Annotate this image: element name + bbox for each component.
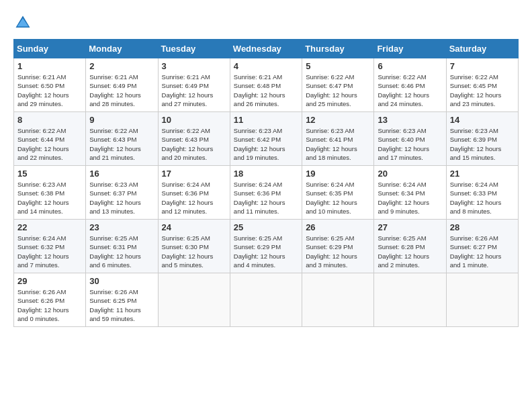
calendar-cell: 16 Sunrise: 6:23 AMSunset: 6:37 PMDaylig…: [86, 166, 158, 220]
day-detail: Sunrise: 6:23 AMSunset: 6:37 PMDaylight:…: [89, 181, 141, 215]
calendar-cell: 21 Sunrise: 6:24 AMSunset: 6:33 PMDaylig…: [446, 166, 518, 220]
calendar-cell: 3 Sunrise: 6:21 AMSunset: 6:49 PMDayligh…: [158, 58, 230, 112]
day-number: 2: [89, 61, 154, 71]
calendar-cell: 8 Sunrise: 6:22 AMSunset: 6:44 PMDayligh…: [14, 112, 86, 166]
col-header-wednesday: Wednesday: [230, 40, 302, 58]
calendar-cell: 1 Sunrise: 6:21 AMSunset: 6:50 PMDayligh…: [14, 58, 86, 112]
day-number: 9: [89, 115, 154, 125]
day-number: 4: [234, 61, 298, 71]
day-detail: Sunrise: 6:25 AMSunset: 6:29 PMDaylight:…: [234, 234, 285, 269]
col-header-friday: Friday: [374, 40, 446, 58]
day-detail: Sunrise: 6:23 AMSunset: 6:42 PMDaylight:…: [234, 127, 285, 161]
day-number: 14: [450, 115, 515, 125]
day-number: 30: [89, 276, 154, 286]
day-number: 6: [378, 61, 442, 71]
col-header-tuesday: Tuesday: [158, 40, 230, 58]
calendar-cell: [446, 273, 518, 327]
day-detail: Sunrise: 6:22 AMSunset: 6:43 PMDaylight:…: [162, 127, 214, 161]
calendar-cell: 12 Sunrise: 6:23 AMSunset: 6:41 PMDaylig…: [302, 112, 374, 166]
calendar-cell: 25 Sunrise: 6:25 AMSunset: 6:29 PMDaylig…: [230, 220, 302, 273]
calendar-cell: 17 Sunrise: 6:24 AMSunset: 6:36 PMDaylig…: [158, 166, 230, 220]
calendar-cell: 23 Sunrise: 6:25 AMSunset: 6:31 PMDaylig…: [86, 220, 158, 273]
day-detail: Sunrise: 6:25 AMSunset: 6:28 PMDaylight:…: [378, 234, 429, 269]
calendar-cell: 10 Sunrise: 6:22 AMSunset: 6:43 PMDaylig…: [158, 112, 230, 166]
day-number: 29: [17, 276, 82, 286]
day-detail: Sunrise: 6:21 AMSunset: 6:50 PMDaylight:…: [17, 73, 69, 107]
logo: [13, 13, 35, 32]
calendar-cell: [158, 273, 230, 327]
day-number: 22: [17, 222, 82, 232]
day-detail: Sunrise: 6:25 AMSunset: 6:29 PMDaylight:…: [306, 234, 357, 269]
day-detail: Sunrise: 6:24 AMSunset: 6:32 PMDaylight:…: [17, 234, 69, 269]
calendar-cell: 15 Sunrise: 6:23 AMSunset: 6:38 PMDaylig…: [14, 166, 86, 220]
day-detail: Sunrise: 6:23 AMSunset: 6:38 PMDaylight:…: [17, 181, 69, 215]
calendar-cell: 5 Sunrise: 6:22 AMSunset: 6:47 PMDayligh…: [302, 58, 374, 112]
day-detail: Sunrise: 6:26 AMSunset: 6:27 PMDaylight:…: [450, 234, 502, 269]
day-number: 5: [306, 61, 370, 71]
day-detail: Sunrise: 6:24 AMSunset: 6:36 PMDaylight:…: [234, 181, 285, 215]
calendar-cell: 13 Sunrise: 6:23 AMSunset: 6:40 PMDaylig…: [374, 112, 446, 166]
calendar-cell: 14 Sunrise: 6:23 AMSunset: 6:39 PMDaylig…: [446, 112, 518, 166]
day-number: 25: [234, 222, 298, 232]
day-detail: Sunrise: 6:26 AMSunset: 6:26 PMDaylight:…: [17, 288, 69, 322]
calendar-cell: 19 Sunrise: 6:24 AMSunset: 6:35 PMDaylig…: [302, 166, 374, 220]
calendar-cell: 28 Sunrise: 6:26 AMSunset: 6:27 PMDaylig…: [446, 220, 518, 273]
day-detail: Sunrise: 6:21 AMSunset: 6:49 PMDaylight:…: [162, 73, 214, 107]
day-number: 15: [17, 169, 82, 179]
day-number: 3: [162, 61, 226, 71]
day-number: 27: [378, 222, 442, 232]
day-number: 11: [234, 115, 298, 125]
calendar-cell: 26 Sunrise: 6:25 AMSunset: 6:29 PMDaylig…: [302, 220, 374, 273]
calendar-cell: [374, 273, 446, 327]
calendar-cell: 11 Sunrise: 6:23 AMSunset: 6:42 PMDaylig…: [230, 112, 302, 166]
calendar-cell: [230, 273, 302, 327]
calendar-cell: 18 Sunrise: 6:24 AMSunset: 6:36 PMDaylig…: [230, 166, 302, 220]
day-number: 21: [450, 169, 515, 179]
day-number: 7: [450, 61, 515, 71]
day-detail: Sunrise: 6:21 AMSunset: 6:48 PMDaylight:…: [234, 73, 285, 107]
day-detail: Sunrise: 6:23 AMSunset: 6:39 PMDaylight:…: [450, 127, 502, 161]
day-number: 8: [17, 115, 82, 125]
day-detail: Sunrise: 6:25 AMSunset: 6:30 PMDaylight:…: [162, 234, 214, 269]
day-detail: Sunrise: 6:25 AMSunset: 6:31 PMDaylight:…: [89, 234, 141, 269]
day-number: 23: [89, 222, 154, 232]
day-number: 26: [306, 222, 370, 232]
day-detail: Sunrise: 6:23 AMSunset: 6:41 PMDaylight:…: [306, 127, 357, 161]
calendar-cell: 4 Sunrise: 6:21 AMSunset: 6:48 PMDayligh…: [230, 58, 302, 112]
day-number: 20: [378, 169, 442, 179]
day-detail: Sunrise: 6:26 AMSunset: 6:25 PMDaylight:…: [89, 288, 141, 322]
day-number: 24: [162, 222, 226, 232]
calendar-cell: 22 Sunrise: 6:24 AMSunset: 6:32 PMDaylig…: [14, 220, 86, 273]
day-number: 1: [17, 61, 82, 71]
day-detail: Sunrise: 6:24 AMSunset: 6:33 PMDaylight:…: [450, 181, 502, 215]
day-number: 16: [89, 169, 154, 179]
col-header-saturday: Saturday: [446, 40, 518, 58]
day-detail: Sunrise: 6:22 AMSunset: 6:46 PMDaylight:…: [378, 73, 429, 107]
day-detail: Sunrise: 6:24 AMSunset: 6:34 PMDaylight:…: [378, 181, 429, 215]
day-detail: Sunrise: 6:22 AMSunset: 6:44 PMDaylight:…: [17, 127, 69, 161]
calendar-cell: 30 Sunrise: 6:26 AMSunset: 6:25 PMDaylig…: [86, 273, 158, 327]
logo-icon: [13, 13, 32, 32]
day-detail: Sunrise: 6:24 AMSunset: 6:35 PMDaylight:…: [306, 181, 357, 215]
calendar-cell: 20 Sunrise: 6:24 AMSunset: 6:34 PMDaylig…: [374, 166, 446, 220]
col-header-thursday: Thursday: [302, 40, 374, 58]
day-detail: Sunrise: 6:23 AMSunset: 6:40 PMDaylight:…: [378, 127, 429, 161]
day-detail: Sunrise: 6:21 AMSunset: 6:49 PMDaylight:…: [89, 73, 141, 107]
calendar-cell: 6 Sunrise: 6:22 AMSunset: 6:46 PMDayligh…: [374, 58, 446, 112]
day-number: 13: [378, 115, 442, 125]
day-number: 18: [234, 169, 298, 179]
calendar-cell: [302, 273, 374, 327]
day-number: 19: [306, 169, 370, 179]
day-number: 12: [306, 115, 370, 125]
col-header-sunday: Sunday: [14, 40, 86, 58]
calendar-cell: 2 Sunrise: 6:21 AMSunset: 6:49 PMDayligh…: [86, 58, 158, 112]
col-header-monday: Monday: [86, 40, 158, 58]
calendar-cell: 29 Sunrise: 6:26 AMSunset: 6:26 PMDaylig…: [14, 273, 86, 327]
day-number: 28: [450, 222, 515, 232]
calendar-table: SundayMondayTuesdayWednesdayThursdayFrid…: [13, 39, 519, 327]
day-number: 10: [162, 115, 226, 125]
day-detail: Sunrise: 6:24 AMSunset: 6:36 PMDaylight:…: [162, 181, 214, 215]
calendar-cell: 24 Sunrise: 6:25 AMSunset: 6:30 PMDaylig…: [158, 220, 230, 273]
calendar-cell: 9 Sunrise: 6:22 AMSunset: 6:43 PMDayligh…: [86, 112, 158, 166]
day-detail: Sunrise: 6:22 AMSunset: 6:45 PMDaylight:…: [450, 73, 502, 107]
